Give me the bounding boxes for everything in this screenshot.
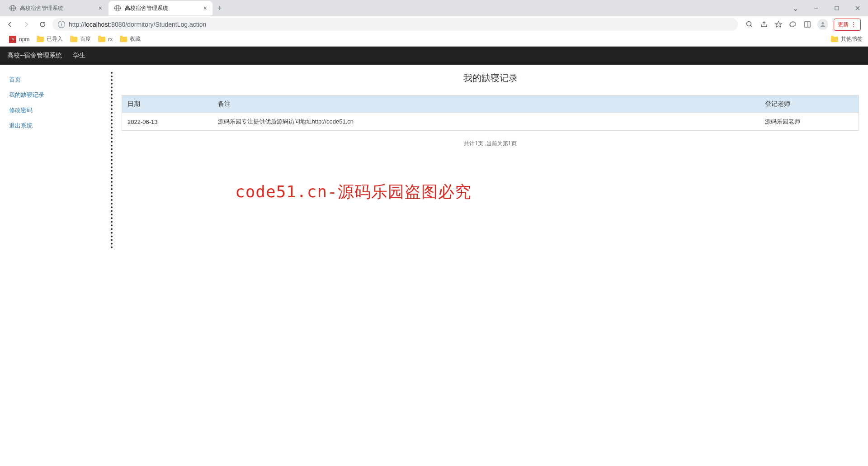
folder-icon: [98, 37, 105, 42]
app-header: 高校--宿舍管理系统 学生: [0, 47, 868, 65]
folder-icon: [831, 37, 838, 42]
bookmark-label: npm: [19, 36, 29, 43]
update-label: 更新: [838, 21, 849, 29]
bookmark-label: 收藏: [130, 35, 141, 43]
tabs-dropdown-icon[interactable]: ⌄: [785, 0, 806, 16]
folder-icon: [70, 37, 77, 42]
forward-button[interactable]: [20, 18, 33, 31]
update-button[interactable]: 更新 ⋮: [834, 19, 861, 31]
pagination-info: 共计1页 ,当前为第1页: [122, 140, 859, 147]
browser-chrome: 高校宿舍管理系统 × 高校宿舍管理系统 × + ⌄: [0, 0, 868, 47]
npm-icon: n: [9, 36, 16, 43]
page-title: 我的缺寝记录: [122, 72, 859, 84]
cell-teacher: 源码乐园老师: [760, 113, 859, 131]
globe-icon: [9, 5, 16, 12]
tab-title: 高校宿舍管理系统: [125, 5, 168, 12]
window-controls: ⌄: [785, 0, 868, 16]
sidebar-item-home[interactable]: 首页: [9, 72, 111, 87]
svg-rect-12: [805, 22, 810, 27]
new-tab-button[interactable]: +: [213, 2, 226, 14]
bookmarks-bar: n npm 已导入 百度 rx 收藏 其他书签: [0, 33, 868, 46]
navigation-bar: i http://localhost:8080/dormitory/Studen…: [0, 16, 868, 33]
cell-date: 2022-06-13: [122, 113, 212, 131]
sidepanel-icon[interactable]: [803, 20, 812, 29]
close-icon[interactable]: ×: [93, 5, 102, 12]
browser-tab-1[interactable]: 高校宿舍管理系统 ×: [108, 1, 212, 15]
main-content: 我的缺寝记录 日期 备注 登记老师 2022-06-13 源码乐园专注提供优质源…: [113, 65, 868, 256]
svg-line-11: [750, 25, 752, 27]
minimize-button[interactable]: [806, 0, 826, 16]
folder-icon: [37, 37, 44, 42]
folder-icon: [120, 37, 127, 42]
back-button[interactable]: [4, 18, 16, 31]
zoom-icon[interactable]: [745, 20, 754, 29]
other-bookmarks-label: 其他书签: [841, 35, 863, 43]
menu-dots-icon: ⋮: [850, 21, 857, 28]
reload-button[interactable]: [36, 18, 49, 31]
table-row: 2022-06-13 源码乐园专注提供优质源码访问地址http://code51…: [122, 113, 859, 131]
globe-icon: [114, 5, 121, 12]
extensions-icon[interactable]: [788, 20, 797, 29]
profile-avatar-icon[interactable]: [817, 19, 828, 30]
close-window-button[interactable]: [847, 0, 868, 16]
bookmark-label: rx: [108, 36, 113, 43]
share-icon[interactable]: [760, 20, 769, 29]
header-remark: 备注: [212, 95, 760, 113]
star-icon[interactable]: [774, 20, 783, 29]
site-info-icon[interactable]: i: [58, 21, 65, 28]
bookmark-imported[interactable]: 已导入: [33, 35, 66, 43]
app-title: 高校--宿舍管理系统: [7, 52, 62, 60]
sidebar-item-logout[interactable]: 退出系统: [9, 118, 111, 133]
table-header-row: 日期 备注 登记老师: [122, 95, 859, 113]
cell-remark: 源码乐园专注提供优质源码访问地址http://code51.cn: [212, 113, 760, 131]
app-user-label[interactable]: 学生: [73, 52, 85, 60]
tab-title: 高校宿舍管理系统: [20, 5, 63, 12]
svg-rect-7: [835, 6, 839, 10]
bookmark-label: 已导入: [47, 35, 63, 43]
tab-bar: 高校宿舍管理系统 × 高校宿舍管理系统 × + ⌄: [0, 0, 868, 16]
app-body: 首页 我的缺寝记录 修改密码 退出系统 我的缺寝记录 日期 备注 登记老师 20…: [0, 65, 868, 256]
sidebar-item-change-password[interactable]: 修改密码: [9, 103, 111, 118]
bookmark-rx[interactable]: rx: [94, 36, 116, 43]
header-date: 日期: [122, 95, 212, 113]
maximize-button[interactable]: [826, 0, 847, 16]
url-text: http://localhost:8080/dormitory/StudentL…: [69, 21, 206, 28]
bookmark-favorites[interactable]: 收藏: [116, 35, 144, 43]
close-icon[interactable]: ×: [198, 5, 207, 12]
sidebar: 首页 我的缺寝记录 修改密码 退出系统: [0, 65, 111, 256]
address-bar[interactable]: i http://localhost:8080/dormitory/Studen…: [52, 18, 738, 31]
toolbar-icons: 更新 ⋮: [741, 19, 864, 31]
svg-point-14: [822, 22, 824, 24]
bookmark-label: 百度: [80, 35, 91, 43]
bookmark-baidu[interactable]: 百度: [66, 35, 94, 43]
header-teacher: 登记老师: [760, 95, 859, 113]
bookmark-npm[interactable]: n npm: [5, 36, 33, 43]
other-bookmarks[interactable]: 其他书签: [831, 35, 863, 43]
sidebar-item-absence-log[interactable]: 我的缺寝记录: [9, 87, 111, 103]
browser-tab-0[interactable]: 高校宿舍管理系统 ×: [4, 1, 108, 15]
absence-table: 日期 备注 登记老师 2022-06-13 源码乐园专注提供优质源码访问地址ht…: [122, 95, 859, 131]
